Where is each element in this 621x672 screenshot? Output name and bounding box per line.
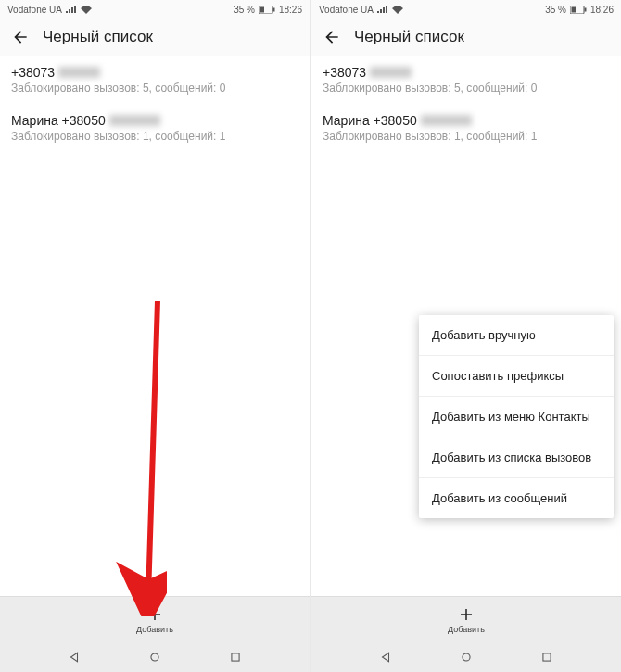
add-menu: Добавить вручную Сопоставить префиксы До… bbox=[419, 315, 614, 518]
redacted bbox=[58, 67, 100, 78]
page-title: Черный список bbox=[43, 28, 153, 46]
screen-left: Vodafone UA 35 % 18:26 Черный список +38… bbox=[0, 0, 310, 672]
signal-icon bbox=[377, 6, 388, 14]
blocked-summary: Заблокировано вызовов: 1, сообщений: 1 bbox=[323, 130, 610, 143]
android-navbar bbox=[311, 642, 621, 672]
menu-item-contacts[interactable]: Добавить из меню Контакты bbox=[419, 397, 614, 437]
redacted bbox=[109, 115, 160, 126]
android-navbar bbox=[0, 642, 310, 672]
carrier-label: Vodafone UA bbox=[319, 5, 374, 15]
time-label: 18:26 bbox=[279, 5, 302, 15]
menu-item-call-log[interactable]: Добавить из списка вызовов bbox=[419, 437, 614, 478]
wifi-icon bbox=[392, 6, 403, 14]
statusbar: Vodafone UA 35 % 18:26 bbox=[311, 0, 621, 19]
time-label: 18:26 bbox=[590, 5, 614, 15]
nav-recent-icon[interactable] bbox=[229, 651, 242, 664]
blocked-list: +38073 Заблокировано вызовов: 5, сообщен… bbox=[0, 56, 310, 596]
contact-number: +38073 bbox=[323, 65, 366, 80]
menu-item-messages[interactable]: Добавить из сообщений bbox=[419, 478, 614, 518]
list-item[interactable]: +38073 Заблокировано вызовов: 5, сообщен… bbox=[311, 56, 621, 104]
battery-icon bbox=[259, 6, 275, 14]
nav-back-icon[interactable] bbox=[379, 651, 392, 664]
header: Черный список bbox=[311, 19, 621, 56]
back-icon[interactable] bbox=[11, 28, 30, 46]
back-icon[interactable] bbox=[323, 28, 341, 46]
blocked-summary: Заблокировано вызовов: 1, сообщений: 1 bbox=[11, 130, 298, 143]
svg-rect-2 bbox=[260, 6, 264, 12]
svg-rect-7 bbox=[584, 7, 586, 11]
wifi-icon bbox=[81, 6, 92, 14]
contact-number: Марина +38050 bbox=[323, 113, 417, 128]
battery-label: 35 % bbox=[234, 5, 255, 15]
blocked-list: +38073 Заблокировано вызовов: 5, сообщен… bbox=[311, 56, 621, 596]
page-title: Черный список bbox=[354, 28, 464, 46]
svg-rect-10 bbox=[543, 653, 551, 661]
nav-home-icon[interactable] bbox=[460, 651, 473, 664]
screen-right: Vodafone UA 35 % 18:26 Черный список +38… bbox=[311, 0, 621, 672]
blocked-summary: Заблокировано вызовов: 5, сообщений: 0 bbox=[323, 82, 610, 95]
plus-icon bbox=[146, 606, 163, 623]
statusbar: Vodafone UA 35 % 18:26 bbox=[0, 0, 310, 19]
carrier-label: Vodafone UA bbox=[7, 5, 62, 15]
nav-recent-icon[interactable] bbox=[540, 651, 553, 664]
add-label: Добавить bbox=[448, 625, 485, 634]
list-item[interactable]: +38073 Заблокировано вызовов: 5, сообщен… bbox=[0, 56, 310, 104]
svg-point-9 bbox=[463, 653, 470, 661]
svg-rect-8 bbox=[571, 6, 576, 12]
contact-number: Марина +38050 bbox=[11, 113, 106, 128]
battery-label: 35 % bbox=[545, 5, 566, 15]
header: Черный список bbox=[0, 19, 310, 56]
svg-point-3 bbox=[151, 653, 158, 661]
redacted bbox=[421, 115, 472, 126]
add-label: Добавить bbox=[136, 625, 173, 634]
menu-item-manual[interactable]: Добавить вручную bbox=[419, 315, 614, 356]
menu-item-prefixes[interactable]: Сопоставить префиксы bbox=[419, 356, 614, 397]
svg-rect-1 bbox=[272, 7, 274, 11]
battery-icon bbox=[570, 6, 587, 14]
signal-icon bbox=[66, 6, 77, 14]
blocked-summary: Заблокировано вызовов: 5, сообщений: 0 bbox=[11, 82, 298, 95]
list-item[interactable]: Марина +38050 Заблокировано вызовов: 1, … bbox=[311, 104, 621, 152]
redacted bbox=[370, 67, 412, 78]
svg-rect-4 bbox=[232, 653, 239, 661]
add-button[interactable]: Добавить bbox=[311, 596, 621, 642]
contact-number: +38073 bbox=[11, 65, 55, 80]
list-item[interactable]: Марина +38050 Заблокировано вызовов: 1, … bbox=[0, 104, 310, 152]
nav-back-icon[interactable] bbox=[68, 651, 81, 664]
nav-home-icon[interactable] bbox=[148, 651, 161, 664]
add-button[interactable]: Добавить bbox=[0, 596, 310, 642]
plus-icon bbox=[458, 606, 475, 623]
